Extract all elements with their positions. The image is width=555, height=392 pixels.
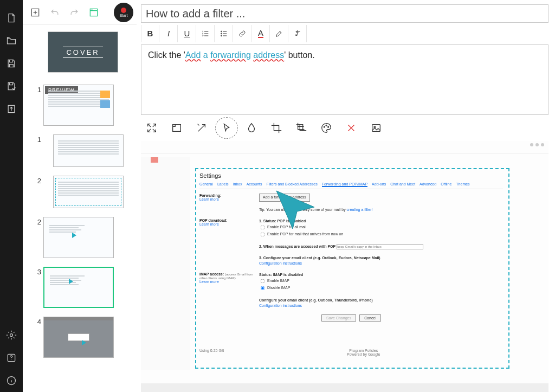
learn-more-link[interactable]: Learn more — [199, 280, 259, 284]
tab-general[interactable]: General — [199, 182, 213, 187]
thumbnail-4-dialog[interactable] — [43, 317, 114, 358]
thumbnail-3-settings[interactable] — [43, 267, 114, 308]
thumb-row: 2 — [34, 217, 132, 258]
help-button[interactable] — [0, 346, 23, 369]
record-icon — [121, 8, 126, 13]
thumb-number: 2 — [34, 217, 41, 226]
expand-tool[interactable] — [141, 118, 163, 138]
learn-more-link[interactable]: Learn more — [199, 222, 259, 226]
forwarding-label: Forwarding: — [199, 194, 221, 197]
save-as-button[interactable] — [0, 75, 23, 98]
arrow-tool[interactable] — [191, 118, 212, 138]
create-filter-link[interactable]: creating a filter! — [347, 208, 373, 211]
screenshot-button[interactable] — [85, 3, 103, 22]
svg-text:A: A — [296, 29, 299, 33]
multi-crop-tool[interactable] — [291, 118, 312, 138]
tab-forwarding[interactable]: Forwarding and POP/IMAP — [322, 182, 367, 187]
export-button[interactable] — [0, 98, 23, 120]
thumb-number: 3 — [34, 267, 41, 276]
imap-opt2: Disable IMAP — [267, 286, 290, 290]
redo-button[interactable] — [65, 3, 83, 22]
settings-button[interactable] — [0, 324, 23, 346]
crop-tool[interactable] — [266, 118, 287, 138]
thumbnail-2-click[interactable] — [43, 217, 114, 258]
tab-addons[interactable]: Add-ons — [372, 182, 386, 187]
unordered-list-button[interactable] — [215, 25, 233, 42]
left-iconbar — [0, 0, 23, 392]
clear-format-button[interactable]: A — [288, 25, 307, 42]
bold-button[interactable]: B — [141, 25, 159, 42]
imap-conf-link[interactable]: Configuration instructions — [259, 304, 302, 307]
svg-point-0 — [10, 334, 13, 337]
gmail-settings-content: Settings General Labels Inbox Accounts F… — [199, 172, 503, 356]
svg-rect-4 — [90, 9, 97, 16]
tab-chat[interactable]: Chat and Meet — [390, 182, 415, 187]
pop-enable-new-radio[interactable] — [261, 233, 265, 237]
new-doc-button[interactable] — [0, 7, 23, 29]
pop-enable-all-radio[interactable] — [261, 226, 265, 230]
editor-area: B I U A A Click the 'Add a forwarding ad… — [137, 0, 555, 392]
thumbnail-2-section[interactable] — [53, 176, 124, 208]
thumb-number: 4 — [34, 317, 41, 326]
blur-tool[interactable] — [241, 118, 262, 138]
italic-button[interactable]: I — [159, 25, 178, 42]
open-button[interactable] — [0, 29, 23, 52]
svg-point-9 — [324, 126, 325, 127]
pop-action-select[interactable] — [337, 244, 423, 249]
step-title-input[interactable] — [141, 4, 548, 23]
thumbnail-panel: Start COVER 1 PREVIEW 1 2 — [23, 0, 137, 392]
tab-advanced[interactable]: Advanced — [420, 182, 436, 187]
imap-disable-radio[interactable] — [261, 286, 265, 291]
add-forwarding-button[interactable]: Add a forwarding address — [259, 194, 310, 202]
pop-conf-link[interactable]: Configuration instructions — [259, 261, 302, 265]
save-changes-button[interactable]: Save Changes — [321, 314, 356, 322]
highlight-button[interactable] — [270, 25, 288, 42]
tab-offline[interactable]: Offline — [441, 182, 451, 187]
save-button[interactable] — [0, 52, 23, 75]
text-color-button[interactable]: A — [251, 25, 270, 42]
undo-button[interactable] — [46, 3, 64, 22]
add-step-button[interactable] — [26, 3, 44, 22]
underline-button[interactable]: U — [178, 25, 196, 42]
start-record-button[interactable]: Start — [114, 3, 133, 22]
cover-thumbnail[interactable]: COVER — [48, 31, 118, 73]
imap-label: IMAP access: — [199, 272, 224, 276]
image-toolbar — [141, 115, 548, 141]
screenshot-canvas[interactable]: Settings General Labels Inbox Accounts F… — [141, 141, 548, 392]
settings-title: Settings — [199, 172, 503, 179]
tab-themes[interactable]: Themes — [456, 182, 469, 187]
thumbnail-1-overview[interactable]: PREVIEW — [43, 85, 114, 126]
learn-more-link[interactable]: Learn more — [199, 197, 259, 201]
cursor-tool[interactable] — [216, 118, 237, 138]
pop-when-label: 2. When messages are accessed with POP — [259, 245, 335, 248]
tab-inbox[interactable]: Inbox — [233, 182, 242, 187]
info-button[interactable] — [0, 369, 23, 392]
description-editor[interactable]: Click the 'Add a forwarding address' but… — [141, 44, 548, 115]
thumb-toolbar: Start — [23, 0, 137, 25]
rectangle-tool[interactable] — [166, 118, 188, 138]
pop-configure: 3. Configure your email client (e.g. Out… — [259, 256, 380, 260]
link-button[interactable] — [233, 25, 251, 42]
cancel-button[interactable]: Cancel — [359, 314, 381, 322]
svg-point-6 — [221, 33, 222, 34]
image-tool[interactable] — [365, 118, 387, 138]
svg-point-5 — [221, 31, 222, 32]
palette-tool[interactable] — [315, 118, 337, 138]
thumbnail-list[interactable]: COVER 1 PREVIEW 1 2 — [23, 25, 137, 392]
tab-filters[interactable]: Filters and Blocked Addresses — [266, 182, 317, 187]
gear-icon — [6, 330, 17, 340]
delete-tool[interactable] — [340, 118, 362, 138]
thumbnail-1-section[interactable] — [53, 134, 124, 167]
policy-link[interactable]: Program Policies — [349, 349, 378, 352]
settings-tabs: General Labels Inbox Accounts Filters an… — [199, 182, 503, 189]
svg-rect-12 — [372, 125, 380, 132]
imap-enable-radio[interactable] — [261, 279, 265, 284]
tab-accounts[interactable]: Accounts — [247, 182, 262, 187]
pop-opt1: Enable POP for all mail — [267, 225, 306, 229]
tab-labels[interactable]: Labels — [217, 182, 229, 187]
imap-opt1: Enable IMAP — [267, 279, 289, 282]
ordered-list-button[interactable] — [196, 25, 215, 42]
thumb-row: 4 — [34, 317, 132, 358]
svg-point-7 — [221, 35, 222, 36]
thumb-number: 1 — [34, 85, 41, 94]
